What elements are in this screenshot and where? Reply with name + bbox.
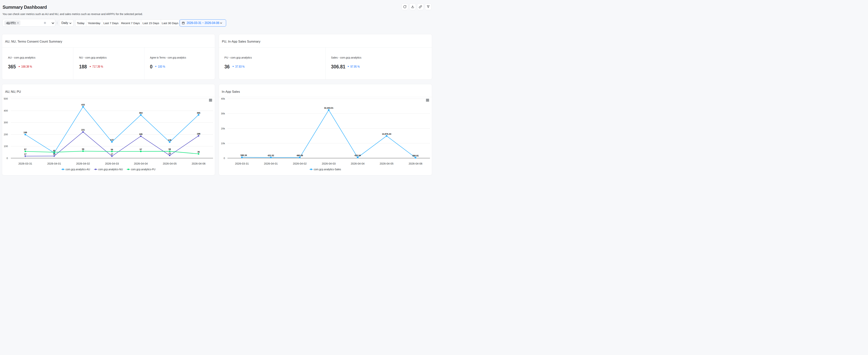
svg-text:2026-04-04: 2026-04-04 xyxy=(351,162,365,165)
svg-text:200: 200 xyxy=(4,133,8,136)
svg-text:20k: 20k xyxy=(221,127,225,130)
svg-text:400: 400 xyxy=(4,109,8,112)
svg-text:136: 136 xyxy=(168,139,172,141)
svg-text:2026-04-03: 2026-04-03 xyxy=(322,162,336,165)
svg-text:2026-04-03: 2026-04-03 xyxy=(105,162,119,165)
svg-text:2026-04-06: 2026-04-06 xyxy=(192,162,206,165)
svg-text:433.94: 433.94 xyxy=(354,154,361,156)
svg-text:431.52: 431.52 xyxy=(268,154,274,156)
svg-text:2026-04-02: 2026-04-02 xyxy=(293,162,307,165)
svg-text:57: 57 xyxy=(24,148,26,150)
svg-text:32,443.01: 32,443.01 xyxy=(324,107,333,109)
svg-text:2026-04-05: 2026-04-05 xyxy=(380,162,394,165)
svg-text:18: 18 xyxy=(53,153,55,155)
svg-text:57: 57 xyxy=(140,148,142,150)
svg-text:30k: 30k xyxy=(221,112,225,115)
svg-text:185: 185 xyxy=(139,133,143,135)
svg-text:0: 0 xyxy=(224,157,225,160)
svg-text:480.09: 480.09 xyxy=(297,154,303,156)
svg-text:59: 59 xyxy=(82,148,84,150)
svg-text:58: 58 xyxy=(168,148,171,150)
svg-text:221: 221 xyxy=(81,129,85,131)
svg-text:2026-03-31: 2026-03-31 xyxy=(235,162,249,165)
svg-text:14,976.44: 14,976.44 xyxy=(382,133,392,135)
svg-text:40k: 40k xyxy=(221,97,225,100)
svg-text:36: 36 xyxy=(197,151,200,153)
svg-text:2026-04-06: 2026-04-06 xyxy=(408,162,423,165)
svg-text:433: 433 xyxy=(81,103,85,106)
svg-text:100: 100 xyxy=(4,145,8,148)
svg-text:2026-04-01: 2026-04-01 xyxy=(47,162,61,165)
svg-text:45: 45 xyxy=(53,150,55,152)
svg-text:137: 137 xyxy=(110,139,114,141)
svg-text:580.34: 580.34 xyxy=(241,154,247,156)
svg-text:199: 199 xyxy=(24,131,27,134)
svg-text:2026-04-05: 2026-04-05 xyxy=(163,162,177,165)
svg-text:2026-04-01: 2026-04-01 xyxy=(264,162,278,165)
svg-text:188: 188 xyxy=(197,132,200,135)
svg-text:2026-04-02: 2026-04-02 xyxy=(76,162,90,165)
svg-text:300: 300 xyxy=(4,121,8,124)
svg-text:17: 17 xyxy=(111,153,113,155)
svg-text:306.81: 306.81 xyxy=(412,154,419,157)
svg-text:2026-04-04: 2026-04-04 xyxy=(134,162,148,165)
svg-text:365: 365 xyxy=(197,112,200,114)
svg-text:17: 17 xyxy=(24,153,26,155)
svg-text:2026-03-31: 2026-03-31 xyxy=(19,162,32,165)
svg-text:364: 364 xyxy=(139,112,143,114)
svg-text:500: 500 xyxy=(4,97,8,100)
svg-text:0: 0 xyxy=(6,157,8,160)
svg-text:23: 23 xyxy=(168,152,171,154)
svg-text:10k: 10k xyxy=(221,142,225,145)
svg-text:56: 56 xyxy=(111,148,113,151)
